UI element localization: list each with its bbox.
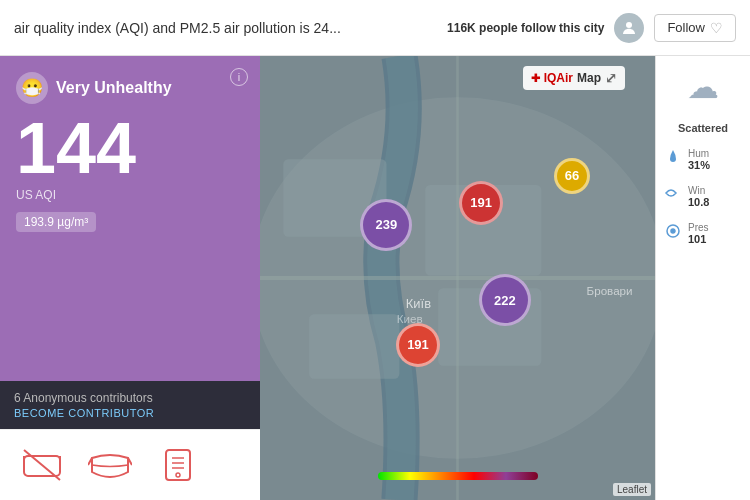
mask-icon[interactable] — [88, 446, 132, 484]
page-title: air quality index (AQI) and PM2.5 air po… — [14, 20, 447, 36]
right-panel: ☁ Scattered Hum 31% Win 1 — [655, 56, 750, 500]
air-purifier-icon[interactable] — [156, 446, 200, 484]
svg-text:Київ: Київ — [406, 296, 431, 311]
face-icon: 😷 — [16, 72, 48, 104]
pin-value-66: 66 — [554, 158, 590, 194]
aqi-unit: US AQI — [16, 188, 244, 202]
top-bar: air quality index (AQI) and PM2.5 air po… — [0, 0, 750, 56]
pin-value-191-top: 191 — [459, 181, 503, 225]
map-background: Київ Киев Бровари — [260, 56, 655, 500]
weather-icon-area: ☁ — [664, 68, 742, 106]
left-panel: i 😷 Very Unhealthy 144 US AQI 193.9 µg/m… — [0, 56, 260, 500]
pin-value-222: 222 — [479, 274, 531, 326]
user-icon — [620, 19, 638, 37]
map-pin-191-bottom[interactable]: 191 — [396, 323, 440, 367]
info-icon[interactable]: i — [230, 68, 248, 86]
aqi-number: 144 — [16, 112, 244, 184]
follow-button[interactable]: Follow ♡ — [654, 14, 736, 42]
iqair-brand: IQAir — [544, 71, 573, 85]
humidity-icon — [664, 149, 682, 171]
cloud-icon: ☁ — [687, 68, 719, 106]
humidity-value: 31% — [688, 159, 710, 171]
wind-row: Win 10.8 — [664, 185, 742, 208]
svg-point-24 — [671, 229, 675, 233]
avatar — [614, 13, 644, 43]
wind-label: Win — [688, 185, 709, 196]
iqair-map-label: Map — [577, 71, 601, 85]
leaflet-attribution: Leaflet — [613, 483, 651, 496]
pin-value-239: 239 — [360, 199, 412, 251]
humidity-row: Hum 31% — [664, 148, 742, 171]
mask-svg — [88, 446, 132, 484]
map-pin-239[interactable]: 239 — [360, 199, 412, 251]
aqi-color-scale — [378, 472, 538, 480]
svg-rect-17 — [309, 314, 399, 379]
svg-point-0 — [626, 22, 632, 28]
followers-count: 116K — [447, 21, 476, 35]
svg-text:Бровари: Бровари — [587, 284, 633, 297]
mask-off-icon[interactable] — [20, 446, 64, 484]
purifier-svg — [156, 446, 200, 484]
wind-icon — [664, 186, 682, 204]
wind-value: 10.8 — [688, 196, 709, 208]
contributor-count: 6 Anonymous contributors — [14, 391, 246, 405]
map-pin-66[interactable]: 66 — [554, 158, 590, 194]
pin-value-191-bottom: 191 — [396, 323, 440, 367]
humidity-info: Hum 31% — [688, 148, 710, 171]
pressure-label: Pres — [688, 222, 709, 233]
pressure-row: Pres 101 — [664, 222, 742, 245]
pressure-info: Pres 101 — [688, 222, 709, 245]
pm-badge: 193.9 µg/m³ — [16, 212, 96, 232]
map-pin-222[interactable]: 222 — [479, 274, 531, 326]
pressure-value: 101 — [688, 233, 709, 245]
icon-row — [0, 429, 260, 500]
main-content: i 😷 Very Unhealthy 144 US AQI 193.9 µg/m… — [0, 56, 750, 500]
pressure-icon — [664, 223, 682, 243]
map-pin-191-top[interactable]: 191 — [459, 181, 503, 225]
followers-text: 116K people follow this city — [447, 21, 604, 35]
aqi-card: i 😷 Very Unhealthy 144 US AQI 193.9 µg/m… — [0, 56, 260, 381]
iqair-cross: ✚ — [531, 72, 540, 85]
map-area[interactable]: Київ Киев Бровари ✚ IQAir Map ⤢ 239 191 … — [260, 56, 655, 500]
humidity-label: Hum — [688, 148, 710, 159]
follow-label: Follow — [667, 20, 705, 35]
no-mask-svg — [20, 446, 64, 484]
followers-label: people follow this city — [479, 21, 604, 35]
svg-rect-7 — [166, 450, 190, 480]
aqi-status: Very Unhealthy — [56, 79, 172, 97]
expand-icon[interactable]: ⤢ — [605, 70, 617, 86]
iqair-badge[interactable]: ✚ IQAir Map ⤢ — [523, 66, 625, 90]
top-bar-right: 116K people follow this city Follow ♡ — [447, 13, 736, 43]
svg-point-11 — [176, 473, 180, 477]
wind-info: Win 10.8 — [688, 185, 709, 208]
contributor-bar: 6 Anonymous contributors BECOME CONTRIBU… — [0, 381, 260, 429]
aqi-header: 😷 Very Unhealthy — [16, 72, 244, 104]
become-contributor-link[interactable]: BECOME CONTRIBUTOR — [14, 407, 246, 419]
heart-icon: ♡ — [710, 20, 723, 36]
weather-condition: Scattered — [664, 122, 742, 134]
